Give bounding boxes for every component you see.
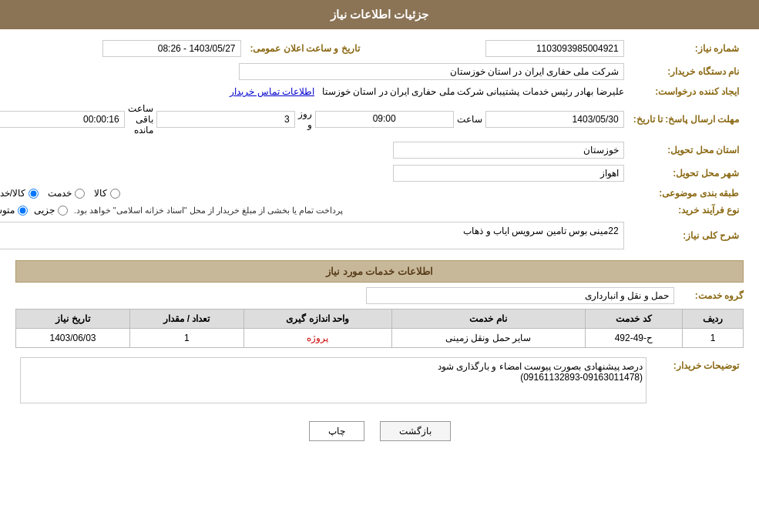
city-label: شهر محل تحویل: — [629, 162, 744, 185]
cell-name: سایر حمل ونقل زمینی — [391, 329, 585, 348]
buyer-org-label: نام دستگاه خریدار: — [629, 60, 744, 83]
buyer-notes-value — [15, 354, 651, 409]
need-number-display: 1103093985004921 — [485, 40, 624, 57]
purchase-type-row: نوع فرآیند خرید: متوسط جزیی پرداخت تمام … — [0, 202, 744, 219]
deadline-remaining-display: 00:00:16 — [0, 111, 125, 128]
group-row: گروه خدمت: حمل و نقل و انبارداری — [15, 287, 744, 304]
print-button[interactable]: چاپ — [309, 421, 364, 441]
col-unit: واحد اندازه گیری — [243, 309, 391, 329]
info-table: شماره نیاز: 1103093985004921 تاریخ و ساع… — [0, 37, 744, 253]
need-description-row: شرح کلی نیاز: 22مینی بوس تامین سرویس ایا… — [0, 219, 744, 253]
announce-date-label: تاریخ و ساعت اعلان عمومی: — [246, 37, 364, 60]
category-option-kala: کالا — [94, 188, 120, 199]
deadline-inputs: 00:00:16 ساعت باقی مانده 3 روز و 09:00 س… — [0, 103, 624, 136]
main-content: شماره نیاز: 1103093985004921 تاریخ و ساع… — [0, 29, 759, 461]
buyer-notes-textarea[interactable] — [20, 357, 646, 403]
need-description-label: شرح کلی نیاز: — [629, 219, 744, 253]
deadline-row: مهلت ارسال پاسخ: تا تاریخ: 00:00:16 ساعت… — [0, 100, 744, 139]
province-display: خوزستان — [393, 142, 624, 159]
deadline-value: 00:00:16 ساعت باقی مانده 3 روز و 09:00 س… — [0, 100, 629, 139]
buyer-notes-label: توضیحات خریدار: — [651, 354, 744, 409]
creator-value: علیرضا بهادر رئیس خدمات پشتیبانی شرکت مل… — [0, 83, 629, 100]
deadline-date-display: 1403/05/30 — [485, 111, 624, 128]
category-option-khedmat: خدمت — [48, 188, 85, 199]
province-label: استان محل تحویل: — [629, 139, 744, 162]
col-date: تاریخ نیاز — [16, 309, 130, 329]
table-row: 1 ح-49-492 سایر حمل ونقل زمینی پروژه 1 1… — [16, 329, 744, 348]
purchase-type-option-jozi: جزیی — [34, 205, 68, 216]
category-label: طبقه بندی موضوعی: — [629, 185, 744, 202]
buyer-org-value: شرکت ملی حفاری ایران در استان خوزستان — [0, 60, 629, 83]
purchase-motavaset-radio[interactable] — [18, 206, 28, 216]
purchase-type-label: نوع فرآیند خرید: — [629, 202, 744, 219]
purchase-jozi-radio[interactable] — [58, 206, 68, 216]
category-khadmat-radio[interactable] — [29, 189, 39, 199]
cell-quantity: 1 — [130, 329, 244, 348]
group-value-display: حمل و نقل و انبارداری — [366, 287, 674, 304]
col-quantity: تعداد / مقدار — [130, 309, 244, 329]
category-row: طبقه بندی موضوعی: کالا/خدمت خدمت کالا — [0, 185, 744, 202]
page-title: جزئیات اطلاعات نیاز — [331, 8, 428, 21]
purchase-type-option-motavaset: متوسط — [0, 205, 28, 216]
deadline-days-display: 3 — [156, 111, 295, 128]
announce-date-value: 1403/05/27 - 08:26 — [0, 37, 246, 60]
services-section-header: اطلاعات خدمات مورد نیاز — [15, 260, 744, 283]
category-khedmat-label: خدمت — [48, 188, 72, 199]
city-row: شهر محل تحویل: اهواز — [0, 162, 744, 185]
category-options: کالا/خدمت خدمت کالا — [0, 185, 629, 202]
services-table-header-row: ردیف کد خدمت نام خدمت واحد اندازه گیری ت… — [16, 309, 744, 329]
services-table: ردیف کد خدمت نام خدمت واحد اندازه گیری ت… — [15, 309, 744, 348]
category-khadmat-label: کالا/خدمت — [0, 188, 25, 199]
category-radio-group: کالا/خدمت خدمت کالا — [0, 188, 624, 199]
need-number-row: شماره نیاز: 1103093985004921 تاریخ و ساع… — [0, 37, 744, 60]
button-bar: بازگشت چاپ — [15, 421, 744, 441]
deadline-time-display: 09:00 — [315, 111, 454, 128]
purchase-jozi-label: جزیی — [34, 205, 55, 216]
need-number-label: شماره نیاز: — [629, 37, 744, 60]
province-value: خوزستان — [0, 139, 629, 162]
creator-row: ایجاد کننده درخواست: علیرضا بهادر رئیس خ… — [0, 83, 744, 100]
category-khedmat-radio[interactable] — [75, 189, 85, 199]
purchase-motavaset-label: متوسط — [0, 205, 15, 216]
group-value-container: حمل و نقل و انبارداری — [15, 287, 674, 304]
buyer-org-row: نام دستگاه خریدار: شرکت ملی حفاری ایران … — [0, 60, 744, 83]
category-option-khadmat: کالا/خدمت — [0, 188, 39, 199]
cell-date: 1403/06/03 — [16, 329, 130, 348]
page-wrapper: جزئیات اطلاعات نیاز شماره نیاز: 11030939… — [0, 0, 759, 532]
deadline-label: مهلت ارسال پاسخ: تا تاریخ: — [629, 100, 744, 139]
city-display: اهواز — [393, 165, 624, 182]
creator-name: علیرضا بهادر رئیس خدمات پشتیبانی شرکت مل… — [322, 86, 624, 97]
announce-date-display: 1403/05/27 - 08:26 — [102, 40, 241, 57]
category-kala-radio[interactable] — [110, 189, 120, 199]
cell-unit: پروژه — [243, 329, 391, 348]
cell-code: ح-49-492 — [585, 329, 682, 348]
deadline-remaining-label: ساعت باقی مانده — [128, 103, 153, 136]
deadline-days-label: روز و — [298, 109, 312, 130]
deadline-time-label: ساعت — [457, 114, 482, 125]
creator-contact-link[interactable]: اطلاعات تماس خریدار — [230, 86, 314, 97]
category-kala-label: کالا — [94, 188, 107, 199]
province-row: استان محل تحویل: خوزستان — [0, 139, 744, 162]
need-description-value: 22مینی بوس تامین سرویس ایاب و ذهاب — [0, 219, 629, 253]
col-row: ردیف — [683, 309, 744, 329]
purchase-type-radio-group: متوسط جزیی پرداخت تمام یا بخشی از مبلغ خ… — [0, 205, 624, 216]
buyer-org-display: شرکت ملی حفاری ایران در استان خوزستان — [239, 63, 624, 80]
col-code: کد خدمت — [585, 309, 682, 329]
page-header: جزئیات اطلاعات نیاز — [0, 0, 759, 29]
buyer-notes-table: توضیحات خریدار: — [15, 354, 744, 409]
purchase-type-value: متوسط جزیی پرداخت تمام یا بخشی از مبلغ خ… — [0, 202, 629, 219]
cell-row: 1 — [683, 329, 744, 348]
purchase-type-note: پرداخت تمام یا بخشی از مبلغ خریدار از مح… — [74, 206, 344, 216]
creator-label: ایجاد کننده درخواست: — [629, 83, 744, 100]
need-number-value: 1103093985004921 — [364, 37, 629, 60]
col-name: نام خدمت — [391, 309, 585, 329]
city-value: اهواز — [0, 162, 629, 185]
back-button[interactable]: بازگشت — [380, 421, 451, 441]
group-label: گروه خدمت: — [674, 290, 744, 301]
buyer-notes-row: توضیحات خریدار: — [15, 354, 744, 409]
need-description-display: 22مینی بوس تامین سرویس ایاب و ذهاب — [0, 222, 624, 249]
